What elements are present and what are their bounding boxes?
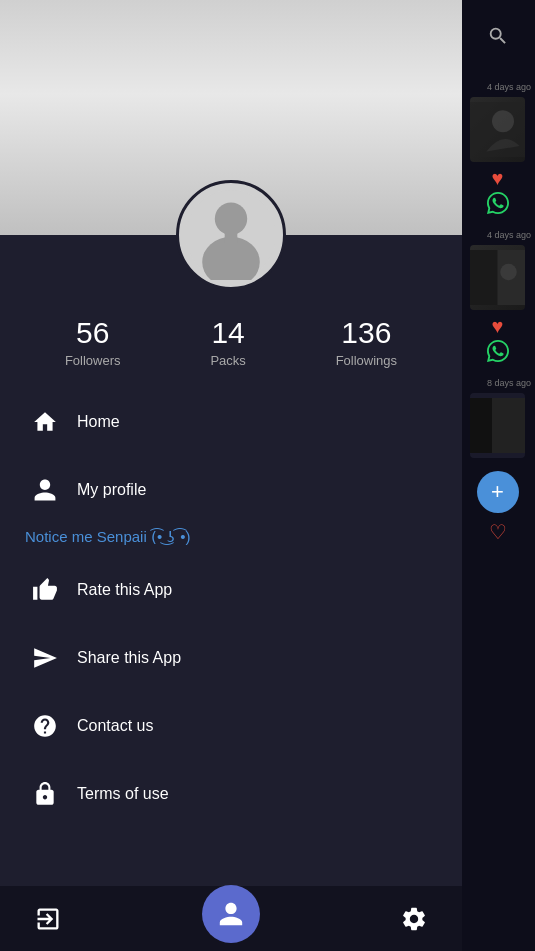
notice-me-text: Notice me Senpaii (͡• ͜ʖ ͡•) [0, 524, 462, 556]
followers-count: 56 [76, 315, 109, 351]
heart-outline-icon[interactable]: ♡ [489, 520, 507, 544]
menu-item-profile[interactable]: My profile [0, 456, 462, 524]
home-label: Home [77, 413, 120, 431]
heart-icon-2[interactable]: ♥ [492, 315, 504, 338]
avatar-container [176, 180, 286, 290]
search-top-right[interactable] [460, 20, 535, 52]
heart-icon-1[interactable]: ♥ [492, 167, 504, 190]
followings-stat[interactable]: 136 Followings [336, 315, 397, 368]
followings-label: Followings [336, 353, 397, 368]
packs-label: Packs [210, 353, 245, 368]
packs-count: 14 [211, 315, 244, 351]
thumbnail-1 [470, 97, 525, 162]
exit-button[interactable] [30, 901, 66, 937]
stats-section: 56 Followers 14 Packs 136 Followings [0, 305, 462, 378]
profile-center-button[interactable] [202, 885, 260, 943]
avatar [176, 180, 286, 290]
bottom-nav [0, 886, 462, 951]
menu-item-terms[interactable]: Terms of use [0, 760, 462, 828]
rate-label: Rate this App [77, 581, 172, 599]
svg-rect-10 [225, 231, 238, 242]
packs-stat[interactable]: 14 Packs [210, 315, 245, 368]
profile-label: My profile [77, 481, 146, 499]
svg-point-4 [500, 264, 517, 281]
settings-button[interactable] [396, 901, 432, 937]
followings-count: 136 [341, 315, 391, 351]
right-panel: 4 days ago ♥ 4 days ago [460, 0, 535, 951]
share-icon [25, 638, 65, 678]
banner [0, 0, 462, 235]
home-icon [25, 402, 65, 442]
followers-stat[interactable]: 56 Followers [65, 315, 121, 368]
terms-label: Terms of use [77, 785, 169, 803]
contact-label: Contact us [77, 717, 153, 735]
menu: Home My profile Notice me Senpaii (͡• ͜ʖ… [0, 378, 462, 886]
svg-point-1 [492, 110, 514, 132]
menu-item-home[interactable]: Home [0, 388, 462, 456]
thumbnail-2 [470, 245, 525, 310]
menu-item-rate[interactable]: Rate this App [0, 556, 462, 624]
profile-icon [25, 470, 65, 510]
menu-item-share[interactable]: Share this App [0, 624, 462, 692]
drawer: 56 Followers 14 Packs 136 Followings Hom… [0, 0, 462, 951]
time-label-2: 4 days ago [460, 230, 535, 240]
help-icon [25, 706, 65, 746]
thumbs-up-icon [25, 570, 65, 610]
menu-item-contact[interactable]: Contact us [0, 692, 462, 760]
whatsapp-icon-2[interactable] [487, 340, 509, 366]
lock-icon [25, 774, 65, 814]
svg-point-8 [215, 203, 247, 235]
svg-rect-6 [492, 398, 525, 453]
whatsapp-icon-1[interactable] [487, 192, 509, 218]
time-label-1: 4 days ago [460, 82, 535, 92]
time-label-3: 8 days ago [460, 378, 535, 388]
fab-plus-button[interactable]: + [477, 471, 519, 513]
followers-label: Followers [65, 353, 121, 368]
share-label: Share this App [77, 649, 181, 667]
thumbnail-3 [470, 393, 525, 458]
